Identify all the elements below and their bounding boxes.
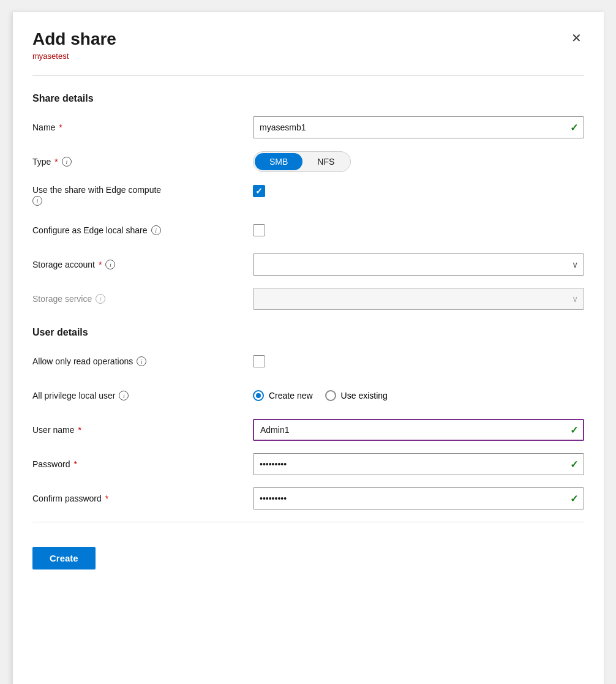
confirm-password-label-text: Confirm password (32, 494, 102, 503)
name-label: Name * (32, 122, 253, 132)
storage-account-label: Storage account * i (32, 260, 253, 269)
storage-service-row: Storage service i ∨ (32, 288, 584, 310)
storage-service-control: ∨ (253, 288, 584, 310)
storage-service-label-text: Storage service (32, 294, 92, 304)
header-divider (32, 75, 584, 76)
name-check-icon: ✓ (570, 122, 578, 133)
password-required: * (73, 459, 77, 469)
type-nfs-option[interactable]: NFS (302, 153, 349, 170)
username-required: * (78, 425, 81, 435)
edge-compute-checkbox-control: ✓ (253, 185, 584, 197)
type-row: Type * i SMB NFS (32, 151, 584, 173)
type-control: SMB NFS (253, 151, 584, 172)
password-row: Password * ✓ (32, 453, 584, 475)
password-label: Password * (32, 459, 253, 469)
storage-account-control: ∨ (253, 254, 584, 276)
username-label-text: User name (32, 425, 74, 435)
use-existing-option[interactable]: Use existing (325, 390, 388, 401)
close-button[interactable]: ✕ (569, 29, 584, 47)
password-label-text: Password (32, 459, 70, 469)
edge-local-label: Configure as Edge local share i (32, 225, 253, 235)
username-row: User name * ✓ (32, 419, 584, 441)
username-control: ✓ (253, 419, 584, 441)
type-label: Type * i (32, 157, 253, 167)
confirm-password-input[interactable] (253, 487, 584, 509)
footer-divider (32, 522, 584, 522)
username-check-icon: ✓ (570, 424, 578, 436)
confirm-password-control: ✓ (253, 487, 584, 509)
name-input[interactable] (253, 116, 584, 138)
read-ops-row: Allow only read operations i (32, 350, 584, 372)
edge-local-checkbox-control (253, 224, 584, 236)
confirm-password-label: Confirm password * (32, 494, 253, 503)
share-details-section-title: Share details (32, 93, 584, 104)
storage-service-select[interactable] (253, 288, 584, 310)
username-input[interactable] (253, 419, 584, 441)
storage-service-select-wrapper: ∨ (253, 288, 584, 310)
username-label: User name * (32, 425, 253, 435)
edge-compute-checkbox[interactable]: ✓ (253, 185, 265, 197)
edge-compute-label-text: Use the share with Edge compute (32, 185, 253, 195)
storage-service-label: Storage service i (32, 294, 253, 304)
privilege-row: All privilege local user i Create new Us… (32, 385, 584, 407)
create-new-label: Create new (269, 391, 313, 400)
password-input[interactable] (253, 453, 584, 475)
storage-account-select[interactable] (253, 254, 584, 276)
edge-compute-info: i (32, 196, 253, 206)
password-control: ✓ (253, 453, 584, 475)
type-toggle: SMB NFS (253, 151, 351, 172)
use-existing-label: Use existing (341, 391, 388, 400)
privilege-label-text: All privilege local user (32, 391, 115, 400)
storage-account-row: Storage account * i ∨ (32, 254, 584, 276)
type-required: * (54, 157, 58, 167)
confirm-password-required: * (105, 494, 108, 503)
create-new-option[interactable]: Create new (253, 390, 313, 401)
storage-account-info-icon[interactable]: i (105, 260, 115, 269)
password-check-icon: ✓ (570, 459, 578, 470)
user-details-section-title: User details (32, 327, 584, 338)
name-row: Name * ✓ (32, 116, 584, 138)
storage-account-label-text: Storage account (32, 260, 95, 269)
storage-account-required: * (99, 260, 102, 269)
edge-local-checkbox[interactable] (253, 224, 265, 236)
name-required: * (59, 122, 62, 132)
create-button[interactable]: Create (32, 547, 96, 569)
create-new-radio-dot (256, 393, 261, 398)
create-new-radio-circle (253, 390, 264, 401)
edge-local-row: Configure as Edge local share i (32, 219, 584, 241)
privilege-radio-control: Create new Use existing (253, 390, 584, 401)
add-share-panel: Add share ✕ myasetest Share details Name… (12, 12, 604, 684)
use-existing-radio-circle (325, 390, 336, 401)
edge-compute-info-icon[interactable]: i (32, 196, 42, 206)
privilege-label: All privilege local user i (32, 391, 253, 400)
privilege-info-icon[interactable]: i (119, 391, 129, 400)
edge-local-label-text: Configure as Edge local share (32, 225, 148, 235)
name-label-text: Name (32, 122, 55, 132)
panel-subtitle: myasetest (32, 51, 584, 61)
read-ops-label-text: Allow only read operations (32, 356, 133, 366)
edge-compute-label-block: Use the share with Edge compute i (32, 185, 253, 206)
type-info-icon[interactable]: i (62, 157, 72, 167)
storage-service-info-icon[interactable]: i (96, 294, 105, 304)
confirm-password-check-icon: ✓ (570, 493, 578, 505)
type-label-text: Type (32, 157, 51, 167)
read-ops-checkbox-control (253, 355, 584, 367)
read-ops-label: Allow only read operations i (32, 356, 253, 366)
storage-account-select-wrapper: ∨ (253, 254, 584, 276)
edge-compute-check-mark: ✓ (255, 186, 263, 196)
confirm-password-row: Confirm password * ✓ (32, 487, 584, 509)
name-control: ✓ (253, 116, 584, 138)
privilege-radio-group: Create new Use existing (253, 390, 584, 401)
panel-header: Add share ✕ (32, 29, 584, 49)
edge-local-info-icon[interactable]: i (151, 225, 161, 235)
type-smb-option[interactable]: SMB (255, 153, 302, 170)
read-ops-info-icon[interactable]: i (137, 356, 146, 366)
read-ops-checkbox[interactable] (253, 355, 265, 367)
edge-compute-row: Use the share with Edge compute i ✓ (32, 185, 584, 207)
panel-title: Add share (32, 29, 116, 49)
